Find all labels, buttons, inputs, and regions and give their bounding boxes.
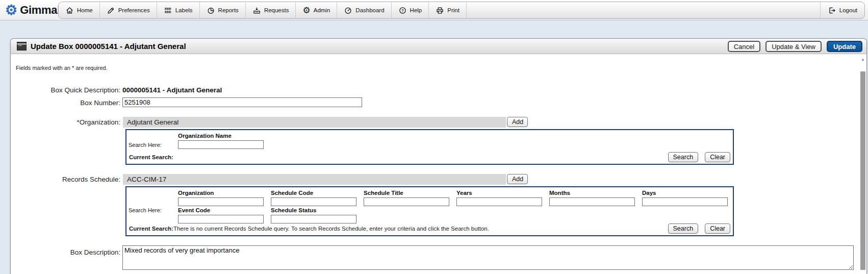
box-quick-description-value: 0000005141 - Adjutant General bbox=[122, 86, 222, 94]
records-schedule-clear-button[interactable]: Clear bbox=[705, 223, 730, 234]
toolbar-button-help[interactable]: ?Help bbox=[392, 2, 429, 18]
gear-icon: ⚙ bbox=[302, 6, 310, 15]
box-description-label: Box Description: bbox=[11, 248, 120, 256]
toolbar-button-preferences[interactable]: Preferences bbox=[100, 2, 157, 18]
help-icon: ? bbox=[398, 6, 407, 15]
days-header: Days bbox=[642, 190, 734, 196]
box-icon bbox=[17, 42, 27, 51]
days-input[interactable] bbox=[642, 197, 728, 206]
organization-search-footer: Current Search: Search Clear bbox=[129, 152, 730, 162]
organization-value-bar: Adjutant General bbox=[123, 117, 506, 128]
logout-button[interactable]: Logout bbox=[820, 2, 864, 18]
logout-label: Logout bbox=[839, 7, 857, 13]
vertical-scrollbar[interactable]: ▲ bbox=[860, 56, 866, 274]
schedule-code-input[interactable] bbox=[271, 197, 356, 206]
records-schedule-label: Records Schedule: bbox=[11, 176, 120, 183]
gimmal-gear-icon: ⚙ bbox=[5, 4, 17, 17]
organization-add-button[interactable]: Add bbox=[507, 117, 528, 127]
records-schedule-search-button[interactable]: Search bbox=[668, 223, 699, 234]
organization-name-input[interactable] bbox=[178, 140, 264, 149]
panel-title: Update Box 0000005141 - Adjutant General bbox=[31, 42, 186, 51]
toolbar-button-print[interactable]: Print bbox=[429, 2, 467, 18]
panel-actions: Cancel Update & View Update bbox=[728, 41, 862, 52]
records-schedule-add-button[interactable]: Add bbox=[507, 174, 528, 184]
organization-search-panel: Search Here: Organization Name Current S… bbox=[125, 129, 734, 165]
records-schedule-value-bar: ACC-CIM-17 bbox=[123, 174, 506, 185]
update-box-panel: Update Box 0000005141 - Adjutant General… bbox=[10, 38, 867, 274]
scroll-up-arrow-icon[interactable]: ▲ bbox=[860, 56, 866, 63]
records-schedule-search-here-label: Search Here: bbox=[129, 207, 162, 213]
update-button[interactable]: Update bbox=[827, 41, 862, 52]
search-column-organization-name: Organization Name bbox=[178, 133, 270, 149]
search-column-days: Days bbox=[642, 190, 734, 206]
schedule-code-header: Schedule Code bbox=[271, 190, 363, 196]
search-column-months: Months bbox=[549, 190, 641, 206]
event-code-input[interactable] bbox=[178, 215, 264, 223]
organization-current-search-label: Current Search: bbox=[129, 154, 173, 160]
required-note: Fields marked with an * are required. bbox=[16, 65, 108, 71]
organization-search-here-label: Search Here: bbox=[129, 142, 162, 148]
search-column-event-code: Event Code bbox=[178, 207, 270, 223]
printer-icon bbox=[436, 6, 444, 15]
box-quick-description-label: Box Quick Description: bbox=[11, 86, 120, 94]
toolbar-button-labels[interactable]: Labels bbox=[157, 2, 200, 18]
scrollbar-thumb[interactable] bbox=[860, 71, 865, 270]
toolbar-button-reports[interactable]: Reports bbox=[200, 2, 246, 18]
search-column-schedule-title: Schedule Title bbox=[364, 190, 455, 206]
schedule-title-input[interactable] bbox=[364, 197, 449, 206]
box-description-textarea[interactable]: Mixed records of very great importance bbox=[122, 245, 854, 270]
svg-text:?: ? bbox=[401, 8, 404, 13]
organization-header: Organization bbox=[178, 190, 270, 196]
records-schedule-search-panel: Search Here: OrganizationSchedule CodeSc… bbox=[125, 186, 734, 236]
panel-body: Fields marked with an * are required. Bo… bbox=[11, 55, 866, 274]
search-column-years: Years bbox=[456, 190, 548, 206]
toolbar-button-admin[interactable]: ⚙Admin bbox=[296, 2, 337, 18]
update-view-button[interactable]: Update & View bbox=[765, 41, 822, 52]
logout-icon bbox=[828, 6, 836, 15]
pie-chart-icon bbox=[207, 6, 215, 15]
barcode-icon bbox=[164, 6, 172, 15]
box-number-input[interactable] bbox=[122, 97, 362, 107]
records-schedule-current-search-text: There is no current Records Schedule que… bbox=[173, 226, 489, 232]
months-header: Months bbox=[549, 190, 641, 196]
years-input[interactable] bbox=[456, 197, 542, 206]
gimmal-logo: ⚙ Gimmal bbox=[5, 0, 60, 20]
pencil-icon bbox=[107, 6, 115, 15]
organization-search-button[interactable]: Search bbox=[668, 152, 699, 162]
schedule-status-header: Schedule Status bbox=[271, 207, 363, 214]
box-number-label: Box Number: bbox=[11, 99, 120, 107]
gauge-icon bbox=[344, 6, 352, 15]
records-schedule-current-search-label: Current Search: bbox=[129, 226, 173, 232]
search-column-schedule-status: Schedule Status bbox=[271, 207, 363, 223]
organization-name-header: Organization Name bbox=[178, 133, 270, 139]
toolbar-nav: HomePreferencesLabelsReportsRequests⚙Adm… bbox=[59, 2, 467, 18]
cancel-button[interactable]: Cancel bbox=[728, 41, 760, 52]
organization-clear-button[interactable]: Clear bbox=[705, 152, 730, 162]
toolbar-button-dashboard[interactable]: Dashboard bbox=[337, 2, 391, 18]
search-column-schedule-code: Schedule Code bbox=[271, 190, 363, 206]
inbox-icon bbox=[252, 6, 261, 15]
schedule-status-input[interactable] bbox=[271, 215, 356, 223]
panel-header: Update Box 0000005141 - Adjutant General… bbox=[11, 39, 866, 54]
top-toolbar: ⚙ Gimmal HomePreferencesLabelsReportsReq… bbox=[0, 0, 868, 20]
months-input[interactable] bbox=[549, 197, 635, 206]
records-schedule-search-footer: Current Search: There is no current Reco… bbox=[129, 223, 730, 234]
search-column-organization: Organization bbox=[178, 190, 270, 206]
toolbar-button-requests[interactable]: Requests bbox=[246, 2, 296, 18]
organization-input[interactable] bbox=[178, 197, 264, 206]
years-header: Years bbox=[456, 190, 548, 196]
toolbar-navbar: HomePreferencesLabelsReportsRequests⚙Adm… bbox=[58, 2, 865, 19]
toolbar-button-home[interactable]: Home bbox=[59, 2, 100, 18]
brand-name: Gimmal bbox=[20, 4, 60, 17]
schedule-title-header: Schedule Title bbox=[364, 190, 455, 196]
event-code-header: Event Code bbox=[178, 207, 270, 214]
organization-label: *Organization: bbox=[11, 118, 120, 126]
home-icon bbox=[65, 6, 74, 15]
